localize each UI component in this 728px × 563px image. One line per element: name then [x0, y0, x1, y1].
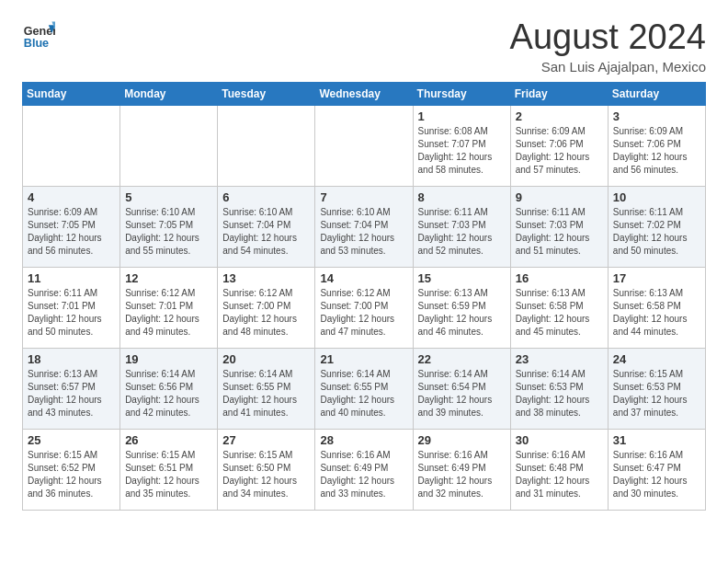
calendar-cell: 25Sunrise: 6:15 AM Sunset: 6:52 PM Dayli…: [23, 429, 120, 510]
cell-date-number: 16: [516, 271, 603, 285]
weekday-header-row: SundayMondayTuesdayWednesdayThursdayFrid…: [23, 82, 706, 105]
cell-info-text: Sunrise: 6:14 AM Sunset: 6:53 PM Dayligh…: [516, 368, 603, 419]
calendar-cell: 3Sunrise: 6:09 AM Sunset: 7:06 PM Daylig…: [608, 105, 705, 186]
calendar-cell: 6Sunrise: 6:10 AM Sunset: 7:04 PM Daylig…: [218, 186, 315, 267]
cell-date-number: 10: [613, 190, 700, 204]
cell-date-number: 3: [613, 109, 700, 123]
weekday-header-saturday: Saturday: [608, 82, 705, 105]
weekday-header-sunday: Sunday: [23, 82, 120, 105]
cell-date-number: 18: [28, 352, 115, 366]
calendar-cell: 9Sunrise: 6:11 AM Sunset: 7:03 PM Daylig…: [510, 186, 608, 267]
page-header: General Blue August 2024 San Luis Ajajal…: [22, 18, 706, 75]
calendar-cell: 11Sunrise: 6:11 AM Sunset: 7:01 PM Dayli…: [23, 267, 120, 348]
calendar-cell: 19Sunrise: 6:14 AM Sunset: 6:56 PM Dayli…: [120, 348, 218, 429]
cell-date-number: 23: [516, 352, 603, 366]
calendar-cell: [23, 105, 120, 186]
calendar-week-row: 18Sunrise: 6:13 AM Sunset: 6:57 PM Dayli…: [23, 348, 706, 429]
cell-info-text: Sunrise: 6:13 AM Sunset: 6:57 PM Dayligh…: [28, 368, 115, 419]
calendar-cell: 28Sunrise: 6:16 AM Sunset: 6:49 PM Dayli…: [315, 429, 413, 510]
title-area: August 2024 San Luis Ajajalpan, Mexico: [510, 18, 706, 75]
calendar-table: SundayMondayTuesdayWednesdayThursdayFrid…: [22, 82, 706, 511]
cell-info-text: Sunrise: 6:16 AM Sunset: 6:49 PM Dayligh…: [320, 449, 407, 500]
cell-date-number: 15: [418, 271, 506, 285]
cell-date-number: 20: [222, 352, 310, 366]
calendar-cell: 22Sunrise: 6:14 AM Sunset: 6:54 PM Dayli…: [413, 348, 510, 429]
cell-date-number: 17: [613, 271, 700, 285]
calendar-week-row: 25Sunrise: 6:15 AM Sunset: 6:52 PM Dayli…: [23, 429, 706, 510]
cell-info-text: Sunrise: 6:10 AM Sunset: 7:04 PM Dayligh…: [320, 206, 407, 258]
cell-date-number: 5: [125, 190, 212, 204]
calendar-cell: 5Sunrise: 6:10 AM Sunset: 7:05 PM Daylig…: [120, 186, 218, 267]
cell-date-number: 6: [222, 190, 310, 204]
cell-date-number: 28: [320, 433, 407, 447]
calendar-cell: 18Sunrise: 6:13 AM Sunset: 6:57 PM Dayli…: [23, 348, 120, 429]
logo-icon: General Blue: [22, 18, 55, 52]
calendar-cell: 24Sunrise: 6:15 AM Sunset: 6:53 PM Dayli…: [608, 348, 705, 429]
cell-info-text: Sunrise: 6:16 AM Sunset: 6:48 PM Dayligh…: [516, 449, 603, 500]
cell-date-number: 1: [418, 109, 506, 123]
calendar-cell: 17Sunrise: 6:13 AM Sunset: 6:58 PM Dayli…: [608, 267, 705, 348]
cell-info-text: Sunrise: 6:15 AM Sunset: 6:53 PM Dayligh…: [613, 368, 700, 419]
location-subtitle: San Luis Ajajalpan, Mexico: [510, 59, 706, 75]
calendar-week-row: 4Sunrise: 6:09 AM Sunset: 7:05 PM Daylig…: [23, 186, 706, 267]
cell-date-number: 8: [418, 190, 506, 204]
cell-info-text: Sunrise: 6:11 AM Sunset: 7:03 PM Dayligh…: [516, 206, 603, 258]
cell-date-number: 9: [516, 190, 603, 204]
calendar-cell: 31Sunrise: 6:16 AM Sunset: 6:47 PM Dayli…: [608, 429, 705, 510]
cell-date-number: 31: [613, 433, 700, 447]
cell-date-number: 27: [222, 433, 310, 447]
cell-date-number: 29: [418, 433, 506, 447]
calendar-cell: [218, 105, 315, 186]
cell-info-text: Sunrise: 6:13 AM Sunset: 6:58 PM Dayligh…: [516, 287, 603, 339]
cell-info-text: Sunrise: 6:08 AM Sunset: 7:07 PM Dayligh…: [418, 125, 506, 177]
calendar-cell: [315, 105, 413, 186]
cell-date-number: 2: [516, 109, 603, 123]
weekday-header-friday: Friday: [510, 82, 608, 105]
cell-date-number: 26: [125, 433, 212, 447]
cell-date-number: 19: [125, 352, 212, 366]
weekday-header-tuesday: Tuesday: [218, 82, 315, 105]
calendar-cell: 10Sunrise: 6:11 AM Sunset: 7:02 PM Dayli…: [608, 186, 705, 267]
calendar-cell: 30Sunrise: 6:16 AM Sunset: 6:48 PM Dayli…: [510, 429, 608, 510]
calendar-week-row: 11Sunrise: 6:11 AM Sunset: 7:01 PM Dayli…: [23, 267, 706, 348]
cell-info-text: Sunrise: 6:16 AM Sunset: 6:49 PM Dayligh…: [418, 449, 506, 500]
calendar-cell: 8Sunrise: 6:11 AM Sunset: 7:03 PM Daylig…: [413, 186, 510, 267]
cell-info-text: Sunrise: 6:15 AM Sunset: 6:52 PM Dayligh…: [28, 449, 115, 500]
calendar-cell: 2Sunrise: 6:09 AM Sunset: 7:06 PM Daylig…: [510, 105, 608, 186]
cell-info-text: Sunrise: 6:15 AM Sunset: 6:50 PM Dayligh…: [222, 449, 310, 500]
cell-date-number: 25: [28, 433, 115, 447]
calendar-week-row: 1Sunrise: 6:08 AM Sunset: 7:07 PM Daylig…: [23, 105, 706, 186]
cell-info-text: Sunrise: 6:09 AM Sunset: 7:06 PM Dayligh…: [516, 125, 603, 177]
weekday-header-wednesday: Wednesday: [315, 82, 413, 105]
calendar-cell: 12Sunrise: 6:12 AM Sunset: 7:01 PM Dayli…: [120, 267, 218, 348]
calendar-cell: 29Sunrise: 6:16 AM Sunset: 6:49 PM Dayli…: [413, 429, 510, 510]
cell-date-number: 11: [28, 271, 115, 285]
cell-date-number: 4: [28, 190, 115, 204]
calendar-cell: 16Sunrise: 6:13 AM Sunset: 6:58 PM Dayli…: [510, 267, 608, 348]
cell-date-number: 14: [320, 271, 407, 285]
calendar-cell: 27Sunrise: 6:15 AM Sunset: 6:50 PM Dayli…: [218, 429, 315, 510]
cell-info-text: Sunrise: 6:09 AM Sunset: 7:06 PM Dayligh…: [613, 125, 700, 177]
weekday-header-thursday: Thursday: [413, 82, 510, 105]
calendar-cell: 23Sunrise: 6:14 AM Sunset: 6:53 PM Dayli…: [510, 348, 608, 429]
cell-date-number: 12: [125, 271, 212, 285]
cell-date-number: 21: [320, 352, 407, 366]
cell-info-text: Sunrise: 6:13 AM Sunset: 6:59 PM Dayligh…: [418, 287, 506, 339]
cell-info-text: Sunrise: 6:11 AM Sunset: 7:01 PM Dayligh…: [28, 287, 115, 339]
cell-info-text: Sunrise: 6:10 AM Sunset: 7:04 PM Dayligh…: [222, 206, 310, 258]
cell-date-number: 30: [516, 433, 603, 447]
calendar-cell: 20Sunrise: 6:14 AM Sunset: 6:55 PM Dayli…: [218, 348, 315, 429]
calendar-cell: 14Sunrise: 6:12 AM Sunset: 7:00 PM Dayli…: [315, 267, 413, 348]
weekday-header-monday: Monday: [120, 82, 218, 105]
month-title: August 2024: [510, 18, 706, 57]
cell-date-number: 7: [320, 190, 407, 204]
logo: General Blue: [22, 18, 55, 52]
calendar-cell: 26Sunrise: 6:15 AM Sunset: 6:51 PM Dayli…: [120, 429, 218, 510]
calendar-cell: 13Sunrise: 6:12 AM Sunset: 7:00 PM Dayli…: [218, 267, 315, 348]
cell-info-text: Sunrise: 6:14 AM Sunset: 6:55 PM Dayligh…: [222, 368, 310, 419]
cell-info-text: Sunrise: 6:10 AM Sunset: 7:05 PM Dayligh…: [125, 206, 212, 258]
cell-info-text: Sunrise: 6:14 AM Sunset: 6:56 PM Dayligh…: [125, 368, 212, 419]
cell-info-text: Sunrise: 6:14 AM Sunset: 6:55 PM Dayligh…: [320, 368, 407, 419]
cell-date-number: 24: [613, 352, 700, 366]
cell-info-text: Sunrise: 6:11 AM Sunset: 7:02 PM Dayligh…: [613, 206, 700, 258]
